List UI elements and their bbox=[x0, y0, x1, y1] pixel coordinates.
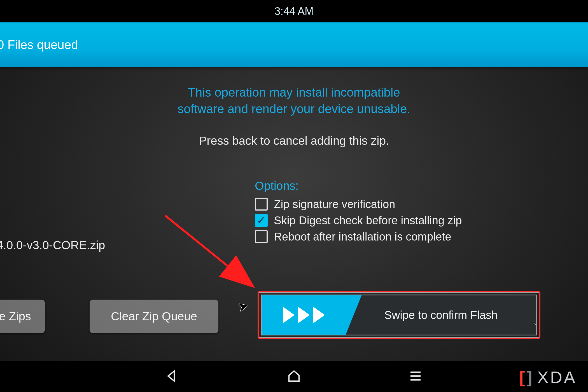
svg-line-1 bbox=[165, 216, 252, 286]
button-label: Clear Zip Queue bbox=[111, 310, 197, 323]
options-block: Options: Zip signature verification Skip… bbox=[255, 179, 462, 246]
slider-handle[interactable] bbox=[262, 295, 346, 335]
queue-label: 0 Files queued bbox=[0, 38, 78, 52]
warning-block: This operation may install incompatible … bbox=[0, 84, 588, 148]
chevron-right-icon bbox=[313, 307, 325, 323]
slider-label: Swipe to confirm Flash bbox=[346, 295, 536, 335]
checkbox-icon[interactable] bbox=[255, 198, 268, 211]
option-skip-digest[interactable]: Skip Digest check before installing zip bbox=[255, 214, 462, 227]
mouse-cursor-icon: ➤ bbox=[236, 298, 250, 314]
home-icon[interactable] bbox=[286, 368, 302, 385]
option-label: Zip signature verification bbox=[274, 198, 395, 211]
warning-line-1: This operation may install incompatible bbox=[0, 84, 588, 101]
option-zip-signature[interactable]: Zip signature verification bbox=[255, 198, 462, 211]
logo-text: XDA bbox=[537, 368, 577, 387]
chevron-right-icon bbox=[283, 307, 295, 323]
nav-bar bbox=[0, 361, 588, 392]
clear-zip-queue-button[interactable]: Clear Zip Queue bbox=[90, 300, 218, 333]
swipe-to-flash-slider[interactable]: Swipe to confirm Flash bbox=[261, 295, 537, 335]
status-bar: 3:44 AM bbox=[0, 0, 588, 22]
checkbox-icon[interactable] bbox=[255, 230, 268, 243]
xda-logo: [] XDA bbox=[519, 368, 577, 387]
menu-icon[interactable] bbox=[408, 368, 423, 385]
status-time: 3:44 AM bbox=[274, 5, 313, 17]
add-more-zips-button[interactable]: ore Zips bbox=[0, 300, 45, 333]
button-label: ore Zips bbox=[0, 310, 31, 323]
queued-file-name: 4.0.0-v3.0-CORE.zip bbox=[0, 239, 105, 252]
logo-bracket-icon: [] bbox=[519, 368, 534, 387]
swipe-slider-highlight: Swipe to confirm Flash bbox=[258, 291, 540, 339]
options-title: Options: bbox=[255, 179, 462, 193]
warning-line-2: software and render your device unusable… bbox=[0, 101, 588, 117]
checkbox-checked-icon[interactable] bbox=[255, 214, 268, 227]
chevron-right-icon bbox=[298, 307, 310, 323]
option-label: Reboot after installation is complete bbox=[274, 230, 451, 243]
back-icon[interactable] bbox=[165, 368, 180, 385]
header-bar: 0 Files queued bbox=[0, 22, 588, 67]
option-label: Skip Digest check before installing zip bbox=[274, 214, 462, 227]
option-reboot-after[interactable]: Reboot after installation is complete bbox=[255, 230, 462, 243]
cancel-instruction: Press back to cancel adding this zip. bbox=[0, 134, 588, 148]
